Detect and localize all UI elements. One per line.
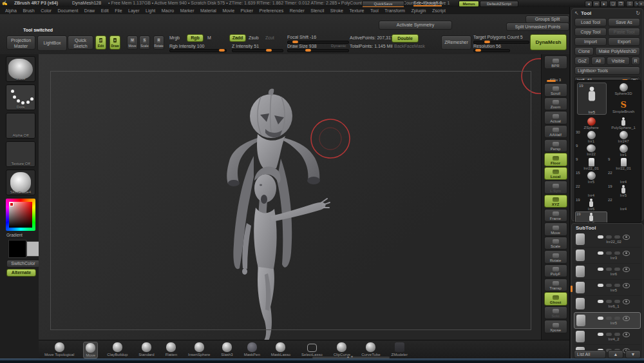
visibility-eye-icon[interactable] xyxy=(623,332,630,337)
menu-item[interactable]: Material xyxy=(200,8,216,13)
menu-item[interactable]: Stencil xyxy=(310,8,324,13)
viewport-canvas[interactable] xyxy=(39,54,541,342)
restore-config-icon[interactable]: ↻ xyxy=(636,10,640,16)
mrgb-button[interactable]: Mrgb xyxy=(169,35,180,40)
menu-item[interactable]: Movie xyxy=(222,8,234,13)
brush-toggle-icon[interactable] xyxy=(614,333,620,336)
right-shelf-button[interactable]: Xpose xyxy=(544,320,567,333)
menu-item[interactable]: Draw xyxy=(84,8,95,13)
menus-toggle[interactable]: Menus xyxy=(459,1,479,7)
menu-item[interactable]: Stroke xyxy=(330,8,343,13)
goz-visible-button[interactable]: Visible xyxy=(607,57,630,65)
tool-item[interactable]: Inr1 xyxy=(607,144,639,157)
menu-item[interactable]: Tool xyxy=(370,8,379,13)
make-polymesh3d-button[interactable]: Make PolyMesh3D xyxy=(595,47,640,55)
right-shelf-button[interactable]: L.Sym xyxy=(544,181,567,194)
subtool-thumbnail[interactable] xyxy=(576,266,585,277)
target-polygons-slider[interactable]: Target Polygons Count 5 xyxy=(473,35,523,39)
uv-toggle-icon[interactable] xyxy=(606,317,612,320)
focal-shift-handle[interactable] xyxy=(292,41,298,43)
rgb-intensity-track[interactable] xyxy=(169,49,227,52)
load-tool-button[interactable]: Load Tool xyxy=(574,18,607,26)
picker-selector[interactable]: Move xyxy=(6,56,35,82)
tool-item[interactable]: Inr247 xyxy=(607,130,639,144)
tray-left-icon[interactable]: ◂ xyxy=(585,1,592,7)
projection-master-button[interactable]: Projection Master xyxy=(6,35,35,50)
right-shelf-button[interactable]: Frame xyxy=(544,209,567,222)
right-shelf-button[interactable]: Transp xyxy=(544,279,567,292)
menu-item[interactable]: Macro xyxy=(162,8,174,13)
subtool-thumbnail[interactable] xyxy=(576,250,585,261)
subtool-thumbnail[interactable] xyxy=(576,315,585,326)
picker-selector[interactable]: Dots xyxy=(6,84,35,110)
z-intensity-slider[interactable]: Z Intensity 51 xyxy=(232,44,259,48)
tool-item[interactable]: Sphere3D xyxy=(607,83,639,100)
right-shelf-button[interactable]: Floor xyxy=(544,153,567,166)
goz-r-button[interactable]: R xyxy=(631,57,640,65)
rgb-button[interactable]: Rgb xyxy=(187,34,204,42)
default-zscript-button[interactable]: DefaultZScript xyxy=(480,1,518,7)
import-button[interactable]: Import xyxy=(574,37,607,46)
brush-shortcut[interactable]: MaskLasso xyxy=(269,342,292,357)
menu-item[interactable]: Texture xyxy=(349,8,364,13)
brush-shortcut[interactable]: SelectLasso xyxy=(299,342,325,357)
alternate-button[interactable]: Alternate xyxy=(6,269,36,277)
zcut-button[interactable]: Zcut xyxy=(265,35,274,40)
tool-item[interactable]: SimpleBrush xyxy=(607,101,639,118)
right-shelf-button[interactable]: XYZ xyxy=(544,195,567,208)
menu-item[interactable]: Preferences xyxy=(260,8,284,13)
resolution-slider[interactable]: Resolution 56 xyxy=(473,44,501,48)
right-shelf-button[interactable]: Scroll xyxy=(544,83,567,97)
brush-shortcut[interactable]: Move xyxy=(83,342,98,358)
zremesher-button[interactable]: ZRemesher xyxy=(441,35,471,50)
menu-item[interactable]: Layer xyxy=(128,8,140,13)
right-shelf-button[interactable]: Local xyxy=(544,167,567,181)
dynamesh-button[interactable]: DynaMesh xyxy=(530,34,567,50)
copy-doc-icon[interactable]: ❏ xyxy=(609,1,617,7)
subtool-up-button[interactable]: ▲ xyxy=(608,350,623,358)
paint-toggle-icon[interactable] xyxy=(598,317,603,320)
rgb-intensity-handle[interactable] xyxy=(219,49,225,52)
subtool-row[interactable]: Inr5 xyxy=(574,312,641,329)
subtool-thumbnail[interactable] xyxy=(576,233,585,245)
brush-shortcut[interactable]: Move Topological xyxy=(43,342,76,357)
menu-item[interactable]: Light xyxy=(146,8,155,13)
right-shelf-button[interactable]: SPix 3 xyxy=(544,70,567,83)
picker-selector[interactable]: Alpha Off xyxy=(6,113,35,139)
tool-item[interactable]: 22 Inr4 xyxy=(607,171,639,184)
menu-item[interactable]: Render xyxy=(290,8,305,13)
brush-toggle-icon[interactable] xyxy=(614,300,620,303)
split-unmasked-points-button[interactable]: Split Unmasked Points xyxy=(506,23,569,31)
right-shelf-button[interactable]: BPR xyxy=(544,55,567,69)
brush-shortcut[interactable]: ClayBuildup xyxy=(105,342,129,357)
menu-item[interactable]: Edit xyxy=(101,8,109,13)
paint-toggle-icon[interactable] xyxy=(598,251,603,255)
right-shelf-button[interactable]: Solo xyxy=(544,306,567,320)
visibility-eye-icon[interactable] xyxy=(623,316,630,321)
uv-toggle-icon[interactable] xyxy=(606,300,612,303)
activate-symmetry-button[interactable]: Activate Symmetry xyxy=(379,21,452,30)
visibility-eye-icon[interactable] xyxy=(623,283,630,288)
right-shelf-button[interactable]: Move xyxy=(544,222,567,236)
menu-item[interactable]: Transform xyxy=(384,8,405,13)
paint-toggle-icon[interactable] xyxy=(598,268,603,271)
tool-panel-title[interactable]: Tool xyxy=(572,9,643,17)
draw-size-slider[interactable]: Draw Size 938 xyxy=(287,44,317,48)
paint-toggle-icon[interactable] xyxy=(598,235,603,239)
brush-shortcut[interactable]: ZModeler xyxy=(390,342,410,357)
lightbox-tools-button[interactable]: Lightbox› Tools xyxy=(574,66,640,75)
z-intensity-handle[interactable] xyxy=(266,49,272,52)
brush-toggle-icon[interactable] xyxy=(614,235,620,239)
export-button[interactable]: Export xyxy=(608,37,640,46)
resolution-track[interactable] xyxy=(473,49,510,52)
brush-shortcut[interactable]: CurveTube xyxy=(359,342,382,357)
lock-icon[interactable]: ⚿ xyxy=(626,1,634,7)
current-tool-thumbnail[interactable]: 19 Inr5 xyxy=(577,83,607,115)
goz-all-button[interactable]: All xyxy=(591,57,605,65)
m-button[interactable]: M xyxy=(207,35,211,40)
tool-item[interactable]: 22 Inr4 xyxy=(607,198,639,211)
brush-shortcut[interactable]: Slash3 xyxy=(219,342,234,357)
close-button[interactable]: × xyxy=(638,1,644,7)
subtool-panel-title[interactable]: SubTool xyxy=(572,224,643,231)
brush-toggle-icon[interactable] xyxy=(614,317,620,320)
